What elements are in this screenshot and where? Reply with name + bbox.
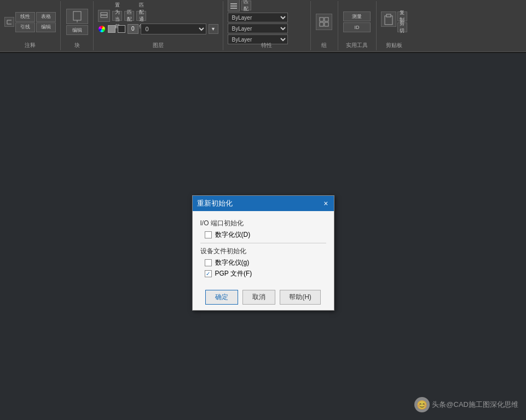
checkbox-pgp-label: PGP 文件(F) (215, 269, 252, 278)
measure-icon[interactable]: 测量 (343, 11, 371, 21)
toolbar-group-properties: 匹配 ByLayer ByLayer ByLayer 特性 (223, 1, 311, 50)
canvas-area: 重新初始化 × I/O 端口初始化 数字化仪(D) 设备文件初始化 数字化仪(g… (0, 53, 526, 420)
checkbox-row-pgp: PGP 文件(F) (205, 269, 326, 278)
svg-rect-10 (320, 18, 323, 21)
dialog-overlay: 重新初始化 × I/O 端口初始化 数字化仪(D) 设备文件初始化 数字化仪(g… (0, 53, 526, 420)
table-icon[interactable]: 表格 (36, 12, 56, 22)
checkbox-digitizer-dev[interactable] (205, 259, 212, 266)
svg-rect-11 (325, 18, 328, 21)
utilities-label: 实用工具 (338, 42, 376, 49)
checkbox-digitizer-io[interactable] (205, 231, 212, 238)
svg-rect-3 (73, 11, 81, 20)
layer-color-icon (98, 25, 106, 33)
watermark-icon: 😊 (414, 397, 430, 412)
match-props-icon[interactable]: 匹配 (241, 1, 251, 10)
paste-icon[interactable] (381, 11, 396, 27)
svg-rect-15 (386, 14, 391, 17)
watermark: 😊 头条@CAD施工图深化思维 (414, 397, 518, 412)
checkbox-digitizer-io-label: 数字化仪(D) (215, 230, 251, 240)
ok-button[interactable]: 确定 (205, 290, 238, 305)
dialog-title: 重新初始化 (197, 199, 233, 208)
layer-dropdown[interactable]: 0 (141, 24, 206, 34)
toolbar-group-layer: 置为当前 匹配 匹配通信 0 0 ▼ 图层 (94, 1, 223, 50)
block-label: 块 (61, 42, 93, 49)
toolbar-group-group: 组 (311, 1, 338, 50)
cut-icon[interactable]: 剪切 (397, 22, 407, 32)
help-button[interactable]: 帮助(H) (280, 290, 321, 305)
annotation-label: 注释 (0, 42, 60, 49)
watermark-text: 头条@CAD施工图深化思维 (432, 400, 518, 410)
svg-rect-7 (230, 3, 237, 4)
dialog-titlebar: 重新初始化 × (193, 196, 334, 211)
layer-square-2 (118, 25, 125, 33)
linetype-dropdown[interactable]: ByLayer (228, 24, 288, 33)
dialog-body: I/O 端口初始化 数字化仪(D) 设备文件初始化 数字化仪(g) PGP 文件… (193, 211, 334, 285)
section-separator (200, 243, 326, 243)
clipboard-label: 剪贴板 (377, 42, 412, 49)
checkbox-row-digitizer-io: 数字化仪(D) (205, 230, 326, 240)
dialog-close-button[interactable]: × (322, 200, 329, 207)
toolbar-group-annotation: 线性 引线 表格 编辑 注释 (0, 1, 61, 50)
group-label: 组 (311, 42, 338, 49)
annotation-icon-1[interactable] (4, 17, 14, 27)
section1-label: I/O 端口初始化 (200, 219, 326, 228)
layer-match-icon[interactable]: 匹配 (124, 11, 134, 21)
reinit-dialog: 重新初始化 × I/O 端口初始化 数字化仪(D) 设备文件初始化 数字化仪(g… (192, 195, 334, 311)
leader-icon[interactable]: 引线 (15, 22, 35, 32)
checkbox-digitizer-dev-label: 数字化仪(g) (215, 258, 250, 267)
svg-rect-5 (101, 13, 107, 15)
edit-icon[interactable]: 编辑 (36, 22, 56, 32)
checkbox-row-digitizer-dev: 数字化仪(g) (205, 258, 326, 267)
svg-rect-8 (230, 5, 237, 7)
svg-rect-9 (230, 8, 237, 9)
toolbar-group-block: 编辑 块 (61, 1, 94, 50)
svg-rect-6 (101, 15, 107, 18)
toolbar: 线性 引线 表格 编辑 注释 编辑 块 (0, 0, 526, 52)
layer-current-icon[interactable]: 置为当前 (112, 11, 122, 21)
insert-icon[interactable] (66, 9, 88, 24)
block-edit-row[interactable]: 编辑 (66, 25, 88, 35)
props-icon[interactable] (228, 0, 240, 11)
checkbox-pgp[interactable] (205, 270, 212, 277)
color-dropdown[interactable]: ByLayer (228, 13, 288, 22)
id-icon[interactable]: ID (343, 22, 371, 32)
dialog-buttons: 确定 取消 帮助(H) (193, 285, 334, 310)
layer-dropdown-arrow[interactable]: ▼ (209, 24, 218, 34)
properties-label: 特性 (223, 42, 310, 49)
toolbar-group-clipboard: 复制 剪切 剪贴板 (377, 1, 412, 50)
line-icon[interactable]: 线性 (15, 12, 35, 22)
svg-rect-12 (320, 22, 323, 26)
svg-rect-13 (325, 22, 328, 26)
layer-comms-icon[interactable]: 匹配通信 (136, 11, 146, 21)
layer-label: 图层 (94, 42, 223, 49)
layer-square-1 (108, 25, 115, 33)
group-icon[interactable] (316, 14, 332, 30)
section2-label: 设备文件初始化 (200, 247, 326, 256)
cancel-button[interactable]: 取消 (242, 290, 275, 305)
toolbar-group-utilities: 测量 ID 实用工具 (338, 1, 377, 50)
layer-number: 0 (128, 24, 138, 34)
layer-properties-icon[interactable] (98, 10, 110, 22)
